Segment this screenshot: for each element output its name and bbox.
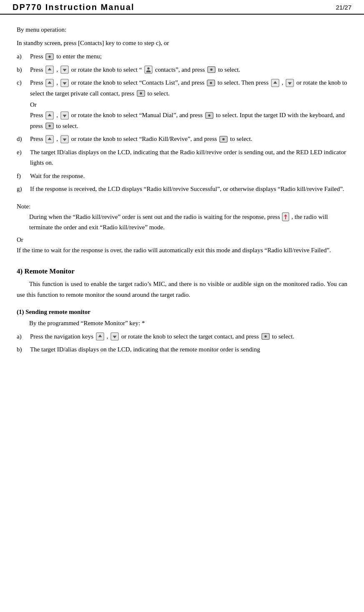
step-a-label: a) [17, 51, 30, 62]
step-f-content: Wait for the response. [30, 171, 347, 182]
nav-down-icon-a2 [110, 332, 119, 341]
nav-down-icon-b [60, 65, 69, 74]
nav-down-icon-c2 [285, 78, 294, 88]
subsection1-heading: (1) Sending remote monitor [17, 309, 347, 316]
page-content: By menu operation: In standby screen, pr… [0, 15, 364, 368]
nav-down-icon-cor [60, 111, 69, 120]
step-b2-content: The target ID/alias displays on the LCD,… [30, 344, 347, 355]
step-a2-label: a) [17, 331, 30, 342]
note-body: During when the “Radio kill/revive” orde… [29, 212, 347, 233]
intro-line-1: By menu operation: [17, 25, 347, 35]
step-b2-label: b) [17, 344, 30, 355]
page-header: DP770 Instruction Manual 21/27 [0, 0, 364, 15]
ptt-icon-note [282, 212, 289, 221]
step-c-or-content: Press , or rotate the knob to select “Ma… [30, 110, 347, 131]
svg-point-9 [210, 68, 213, 71]
step-b-label: b) [17, 65, 30, 75]
ok-icon-a2 [261, 332, 270, 341]
intro-line-2: In standby screen, press [Contacts] key … [17, 38, 347, 48]
step-d: d) Press , or rotate the knob to select … [17, 134, 347, 145]
step-a2: a) Press the navigation keys , or rotate… [17, 331, 347, 342]
step-c-content: Press , or rotate the knob to select “Co… [30, 78, 347, 99]
step-c: c) Press , or rotate the knob to select … [17, 78, 347, 99]
page-number: 21/27 [336, 4, 351, 11]
section4-heading: 4) Remote Monitor [17, 267, 347, 276]
step-b-content: Press , or rotate the knob to select “ c… [30, 65, 347, 75]
step-a-content: Press to enter the menu; [30, 51, 347, 62]
nav-down-icon-d [60, 135, 69, 144]
step-d-label: d) [17, 134, 30, 145]
step-d-content: Press , or rotate the knob to select “Ra… [30, 134, 347, 145]
note-section: Note: During when the “Radio kill/revive… [17, 203, 347, 233]
svg-point-29 [48, 125, 51, 127]
step-f: f) Wait for the response. [17, 171, 347, 182]
ok-icon-a [45, 52, 54, 61]
step-e: e) The target ID/alias displays on the L… [17, 147, 347, 168]
step-g-content: If the response is received, the LCD dis… [30, 184, 347, 195]
nav-up-icon-d [45, 135, 54, 144]
ok-icon-d [219, 135, 228, 144]
by-programmed: By the programmed “Remote Monitor” key: … [29, 318, 347, 329]
if-time-text: If the time to wait for the response is … [17, 245, 347, 256]
svg-point-27 [208, 114, 211, 117]
ok-icon-c [206, 78, 216, 88]
step-b: b) Press , or rotate the knob to select … [17, 65, 347, 75]
step-b2: b) The target ID/alias displays on the L… [17, 344, 347, 355]
or-line-1: Or [30, 101, 347, 108]
svg-point-7 [147, 68, 150, 70]
svg-point-15 [210, 82, 212, 84]
svg-point-21 [140, 92, 142, 95]
step-g-label: g) [17, 184, 30, 195]
step-a: a) Press to enter the menu; [17, 51, 347, 62]
nav-up-icon-cor [45, 111, 54, 120]
nav-up-icon-a2 [95, 332, 105, 341]
nav-up-icon-c [45, 78, 54, 88]
svg-point-42 [264, 335, 267, 338]
nav-up-icon-c2 [271, 78, 280, 88]
page-title: DP770 Instruction Manual [13, 3, 135, 12]
ok-icon-b [207, 65, 216, 74]
ok-icon-cor2 [45, 121, 54, 130]
step-f-label: f) [17, 171, 30, 182]
svg-point-35 [222, 138, 225, 140]
note-label: Note: [17, 203, 347, 210]
step-c-label: c) [17, 78, 30, 88]
step-g: g) If the response is received, the LCD … [17, 184, 347, 195]
nav-up-icon-b [45, 65, 54, 74]
step-e-content: The target ID/alias displays on the LCD,… [30, 147, 347, 168]
svg-point-1 [49, 55, 51, 58]
ok-icon-cor [205, 111, 214, 120]
step-e-label: e) [17, 147, 30, 158]
contacts-icon-b [144, 65, 153, 74]
step-c-or: Press , or rotate the knob to select “Ma… [30, 110, 347, 131]
ok-icon-c3 [136, 89, 146, 98]
section4-intro: This function is used to enable the targ… [17, 279, 347, 300]
or-standalone: Or [17, 236, 347, 243]
step-a2-content: Press the navigation keys , or rotate th… [30, 331, 347, 342]
nav-down-icon-c [60, 78, 69, 88]
